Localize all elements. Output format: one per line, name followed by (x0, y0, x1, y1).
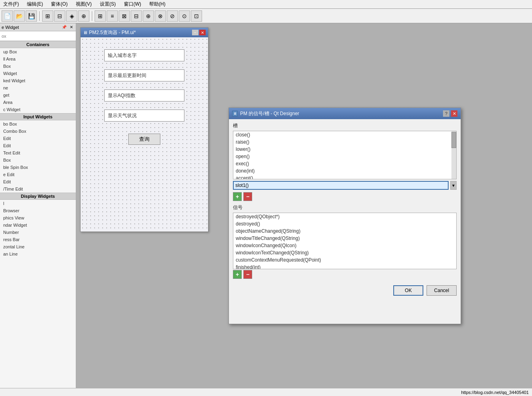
toolbar-save[interactable]: 💾 (26, 10, 37, 22)
sidebar-item-edit4[interactable]: Edit (0, 178, 76, 185)
sidebar-pin-icon[interactable]: 📌 (61, 24, 67, 30)
slot-item-done[interactable]: done(int) (233, 167, 456, 175)
menu-form[interactable]: 窗体(O) (49, 0, 69, 8)
sidebar-item-hline[interactable]: zontal Line (0, 243, 76, 250)
signal-remove-btn[interactable]: − (243, 270, 252, 279)
status-bar: https://blog.csdn.net/qq_34405401 (0, 388, 532, 396)
toolbar-btn2[interactable]: ⊟ (54, 10, 65, 22)
widget-search-input[interactable] (0, 31, 76, 41)
sidebar-title-icons: 📌 ✕ (61, 24, 74, 30)
toolbar-layout2[interactable]: ≡ (107, 10, 118, 22)
sidebar-item-spinbox[interactable]: ble Spin Box (0, 164, 76, 171)
toolbar-new[interactable]: 📄 (2, 10, 13, 22)
toolbar-layout6[interactable]: ⊗ (155, 10, 166, 22)
sidebar-item-cwidget[interactable]: c Widget (0, 106, 76, 113)
pm-query-button[interactable]: 查询 (128, 134, 160, 145)
slot-item-raise[interactable]: raise() (233, 138, 456, 146)
sidebar-item-number[interactable]: Number (0, 229, 76, 236)
sidebar-item-get[interactable]: get (0, 91, 76, 99)
slot-item-open[interactable]: open() (233, 153, 456, 160)
toolbar-btn4[interactable]: ⊕ (78, 10, 89, 22)
sidebar-item-l[interactable]: l (0, 200, 76, 207)
sidebar-item-box[interactable]: Box (0, 63, 76, 70)
signal-list[interactable]: destroyed(QObject*) destroyed() objectNa… (233, 213, 457, 269)
signal-item-windowicon[interactable]: windowIconChanged(QIcon) (233, 242, 456, 249)
signal-item-context[interactable]: customContextMenuRequested(QPoint) (233, 256, 456, 264)
sidebar-item-combobox2[interactable]: Combo Box (0, 128, 76, 135)
menu-edit[interactable]: 编辑(E) (25, 0, 45, 8)
sidebar-item-llarea[interactable]: ll Area (0, 55, 76, 63)
sidebar-item-combobox1[interactable]: bo Box (0, 120, 76, 128)
slot-item-close[interactable]: close() (233, 131, 456, 138)
pm-update-time-display[interactable]: 显示最后更新时间 (104, 69, 184, 81)
sidebar-item-edit1[interactable]: Edit (0, 135, 76, 142)
sidebar-item-edit2[interactable]: Edit (0, 142, 76, 149)
slot-item-lower[interactable]: lower() (233, 146, 456, 153)
sidebar-item-calendar[interactable]: ndar Widget (0, 221, 76, 229)
pm-minimize-btn[interactable]: − (192, 30, 198, 35)
signal-item-finished[interactable]: finished(int) (233, 264, 456, 269)
slot-item-exec[interactable]: exec() (233, 160, 456, 167)
menu-help[interactable]: 帮助(H) (148, 0, 167, 8)
menu-window[interactable]: 窗口(W) (122, 0, 143, 8)
dialog-title-bar: 🖥 PM 的信号/槽 - Qt Designer ? ✕ (229, 108, 461, 119)
toolbar-layout7[interactable]: ⊘ (167, 10, 178, 22)
slot-list[interactable]: close() raise() lower() open() exec() do… (233, 131, 457, 179)
toolbar-sep1 (39, 11, 40, 21)
menu-file[interactable]: 文件(F) (2, 0, 20, 8)
slot-custom-input[interactable] (233, 181, 449, 190)
toolbar: 📄 📂 💾 ⊞ ⊟ ◈ ⊕ ⊞ ≡ ⊠ ⊟ ⊕ ⊗ ⊘ ⊙ ⊡ (0, 9, 532, 23)
signal-section: 信号 destroyed(QObject*) destroyed() objec… (233, 204, 457, 280)
pm-close-btn[interactable]: ✕ (199, 30, 206, 35)
slot-item-accept[interactable]: accept() (233, 175, 456, 179)
sidebar-item-ne[interactable]: ne (0, 84, 76, 91)
slot-dropdown-btn[interactable]: ▼ (450, 181, 457, 190)
menu-settings[interactable]: 设置(S) (98, 0, 117, 8)
slot-remove-btn[interactable]: − (243, 192, 252, 201)
toolbar-break[interactable]: ⊡ (191, 10, 202, 22)
sidebar-item-graphicsview[interactable]: phics View (0, 214, 76, 221)
slot-add-remove-btns: + − (233, 192, 457, 201)
signal-item-destroyed2[interactable]: destroyed() (233, 220, 456, 227)
toolbar-btn3[interactable]: ◈ (66, 10, 77, 22)
sidebar-item-upbox[interactable]: up Box (0, 48, 76, 55)
dialog-close-btn[interactable]: ✕ (451, 110, 457, 117)
sidebar-item-stacked[interactable]: ked Widget (0, 77, 76, 84)
toolbar-layout3[interactable]: ⊠ (119, 10, 130, 22)
pm-title-bar: 🖥 PM2.5查询器 - PM.ui* − ✕ (81, 28, 208, 37)
toolbar-layout5[interactable]: ⊕ (143, 10, 154, 22)
toolbar-layout8[interactable]: ⊙ (179, 10, 190, 22)
pm-aqi-display[interactable]: 显示AQI指数 (104, 89, 184, 102)
toolbar-btn1[interactable]: ⊞ (42, 10, 53, 22)
toolbar-open[interactable]: 📂 (14, 10, 25, 22)
sidebar-item-vline[interactable]: an Line (0, 250, 76, 258)
dialog-cancel-button[interactable]: Cancel (427, 285, 457, 296)
pm-weather-display[interactable]: 显示天气状况 (104, 110, 184, 122)
sidebar-item-widget[interactable]: Widget (0, 70, 76, 77)
signal-item-objectname[interactable]: objectNameChanged(QString) (233, 227, 456, 235)
sidebar-close-icon[interactable]: ✕ (69, 24, 74, 30)
sidebar-item-ipbox[interactable]: Box (0, 156, 76, 164)
section-containers: Containers (0, 41, 76, 48)
pm-city-input[interactable]: 输入城市名字 (104, 49, 184, 61)
dialog-ok-button[interactable]: OK (393, 285, 423, 296)
toolbar-layout1[interactable]: ⊞ (95, 10, 106, 22)
signal-item-destroyed1[interactable]: destroyed(QObject*) (233, 213, 456, 220)
sidebar-item-edit3[interactable]: e Edit (0, 171, 76, 178)
signal-add-btn[interactable]: + (233, 270, 242, 279)
slot-scrollbar-thumb[interactable] (451, 132, 456, 148)
dialog-title-left: 🖥 PM 的信号/槽 - Qt Designer (232, 110, 299, 117)
sidebar-item-area[interactable]: Area (0, 99, 76, 106)
section-display: Display Widgets (0, 193, 76, 200)
sidebar-item-progressbar[interactable]: ress Bar (0, 236, 76, 243)
dialog-help-btn[interactable]: ? (443, 110, 449, 117)
signal-item-windowicontext[interactable]: windowIconTextChanged(QString) (233, 249, 456, 256)
signal-item-windowtitle[interactable]: windowTitleChanged(QString) (233, 235, 456, 242)
sidebar-item-textedit[interactable]: Text Edit (0, 149, 76, 156)
menu-view[interactable]: 视图(V) (74, 0, 93, 8)
sidebar-title-bar: e Widget 📌 ✕ (0, 23, 76, 31)
sidebar-item-timeedit[interactable]: /Time Edit (0, 185, 76, 193)
toolbar-layout4[interactable]: ⊟ (131, 10, 142, 22)
sidebar-item-browser[interactable]: Browser (0, 207, 76, 214)
slot-add-btn[interactable]: + (233, 192, 242, 201)
